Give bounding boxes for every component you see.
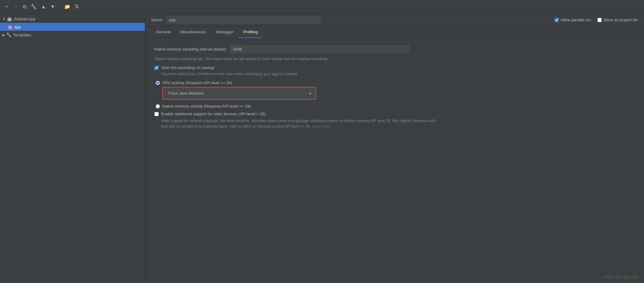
native-memory-row: Native memory sampling interval (bytes): xyxy=(154,45,635,53)
cpu-activity-radio[interactable] xyxy=(156,81,160,85)
trace-method-select[interactable]: Trace Java Methods Sample Java Methods C… xyxy=(164,88,315,98)
start-recording-label[interactable]: Start this recording on startup: xyxy=(161,65,215,70)
main-content: ▼ 🤖 Android App 🤖 app ▶ 🔧 Templates Name… xyxy=(0,14,644,283)
enable-additional-row: Enable additional support for older devi… xyxy=(154,112,635,116)
android-icon: 🤖 xyxy=(7,24,13,29)
start-recording-hint: You must select Run > Profile from the m… xyxy=(161,72,635,76)
native-memory-activity-row: Native memory activity (Requires API lev… xyxy=(156,104,635,109)
native-memory-input[interactable] xyxy=(230,45,409,53)
tab-miscellaneous[interactable]: Miscellaneous xyxy=(175,27,211,38)
wrench-icon: 🔧 xyxy=(6,32,11,37)
enable-additional-checkbox[interactable] xyxy=(154,112,159,116)
copy-icon[interactable]: ⧉ xyxy=(22,3,27,10)
sort-icon[interactable]: ⇅ xyxy=(73,3,80,10)
arrow-up-icon[interactable]: ▲ xyxy=(40,3,47,10)
wrench-icon[interactable]: 🔧 xyxy=(29,3,38,10)
right-panel: Name: Allow parallel run Store as projec… xyxy=(145,14,644,283)
dropdown-container: Trace Java Methods Sample Java Methods C… xyxy=(162,87,316,100)
store-project-label: Store as project file xyxy=(604,18,638,22)
tab-general[interactable]: General xyxy=(151,27,175,38)
native-memory-hint: Native memory sampling rate. This value … xyxy=(155,57,635,61)
name-bar: Name: Allow parallel run Store as projec… xyxy=(145,14,644,27)
tabs: General Miscellaneous Debugger Profiling xyxy=(145,27,644,38)
enable-additional-label[interactable]: Enable additional support for older devi… xyxy=(161,112,266,116)
tab-profiling[interactable]: Profiling xyxy=(238,27,263,38)
start-recording-checkbox[interactable] xyxy=(154,66,159,70)
sidebar-item-templates[interactable]: ▶ 🔧 Templates xyxy=(0,31,145,39)
toolbar: ＋ － ⧉ 🔧 ▲ ▼ 📁 ⇅ xyxy=(0,0,644,14)
enable-additional-hint: Adds support for network payloads, the e… xyxy=(161,118,439,129)
sidebar-item-android-app-label: Android App xyxy=(14,17,36,21)
android-icon: 🤖 xyxy=(7,16,12,21)
cpu-activity-label[interactable]: CPU activity (Requires API level >= 26) xyxy=(162,80,232,85)
native-memory-activity-label[interactable]: Native memory activity (Requires API lev… xyxy=(162,104,251,109)
allow-parallel-checkbox[interactable] xyxy=(554,18,559,22)
name-input[interactable] xyxy=(166,16,320,24)
tab-debugger[interactable]: Debugger xyxy=(211,27,238,38)
enable-additional-hint-text: Adds support for network payloads, the e… xyxy=(161,119,436,129)
allow-parallel-label: Allow parallel run xyxy=(561,18,591,22)
store-project-checkbox-label[interactable]: Store as project file xyxy=(597,18,638,22)
sidebar-item-app[interactable]: 🤖 app xyxy=(0,23,145,31)
add-icon[interactable]: ＋ xyxy=(3,3,10,10)
chevron-right-icon: ▶ xyxy=(2,33,5,37)
native-memory-label: Native memory sampling interval (bytes): xyxy=(154,47,227,51)
sidebar-item-app-label: app xyxy=(14,25,21,29)
native-memory-activity-radio[interactable] xyxy=(156,104,160,109)
allow-parallel-checkbox-label[interactable]: Allow parallel run xyxy=(554,18,591,22)
dropdown-wrapper: Trace Java Methods Sample Java Methods C… xyxy=(164,88,315,98)
sidebar-item-android-app[interactable]: ▼ 🤖 Android App xyxy=(0,15,145,23)
arrow-down-icon[interactable]: ▼ xyxy=(49,3,56,10)
toolbar-separator xyxy=(60,4,60,10)
folder-icon[interactable]: 📁 xyxy=(63,3,72,10)
chevron-down-icon: ▼ xyxy=(2,17,6,21)
watermark: CSDN @天花板之恋 xyxy=(604,275,638,280)
sidebar: ▼ 🤖 Android App 🤖 app ▶ 🔧 Templates xyxy=(0,14,145,283)
top-right-options: Allow parallel run Store as project file xyxy=(554,18,638,22)
start-recording-row: Start this recording on startup: xyxy=(154,65,635,70)
sidebar-item-templates-label: Templates xyxy=(13,33,31,37)
learn-more-link[interactable]: Learn more xyxy=(312,124,331,129)
name-label: Name: xyxy=(151,18,163,22)
content-area: Native memory sampling interval (bytes):… xyxy=(145,38,644,283)
cpu-activity-row: CPU activity (Requires API level >= 26) xyxy=(156,80,635,85)
subtract-icon[interactable]: － xyxy=(12,3,20,10)
store-project-checkbox[interactable] xyxy=(597,18,602,22)
